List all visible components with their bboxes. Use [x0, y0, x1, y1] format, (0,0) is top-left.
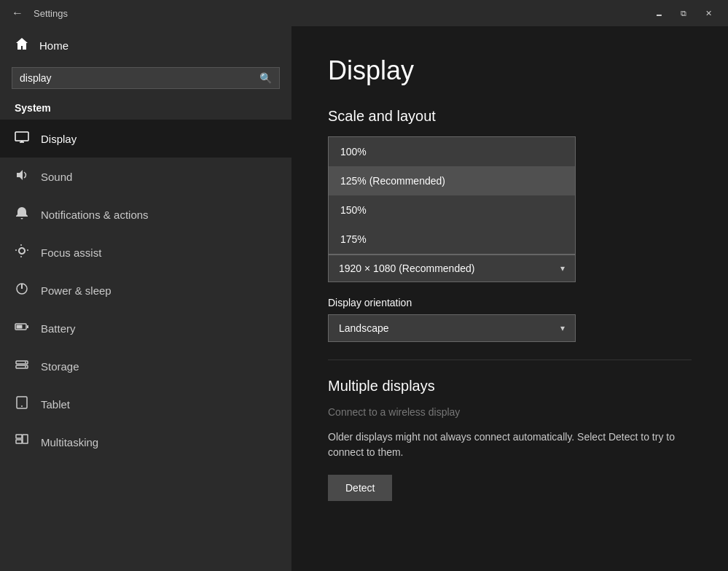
notifications-label: Notifications & actions: [41, 209, 149, 221]
multitasking-label: Multitasking: [41, 436, 98, 448]
svg-rect-17: [23, 435, 28, 443]
focus-icon: [15, 244, 29, 261]
scale-option-125[interactable]: 125% (Recommended): [329, 166, 575, 195]
search-input[interactable]: [20, 72, 254, 84]
svg-rect-7: [27, 325, 28, 328]
resolution-value: 1920 × 1080 (Recommended): [339, 263, 474, 274]
multitasking-icon: [15, 433, 29, 451]
sidebar-item-battery[interactable]: Battery: [0, 309, 291, 347]
display-icon: [15, 130, 29, 147]
window-controls: 🗕 ⧉ ✕: [648, 4, 719, 22]
scale-option-100[interactable]: 100%: [329, 137, 575, 166]
connect-wireless-link[interactable]: Connect to a wireless display: [328, 406, 692, 418]
scale-dropdown[interactable]: 100% 125% (Recommended) 150% 175%: [328, 136, 576, 255]
orientation-label: Display orientation: [328, 297, 692, 308]
page-title: Display: [328, 55, 692, 86]
svg-rect-0: [15, 132, 28, 141]
sidebar-item-power[interactable]: Power & sleep: [0, 271, 291, 309]
main-layout: Home 🔍 System Display Sound: [0, 26, 728, 571]
search-icon: 🔍: [259, 72, 272, 84]
orientation-chevron-down-icon: ▾: [560, 323, 565, 333]
svg-rect-8: [17, 325, 23, 329]
svg-marker-3: [17, 170, 23, 180]
svg-point-12: [25, 366, 26, 368]
section-divider: [328, 360, 692, 360]
notifications-icon: [15, 206, 29, 223]
scale-option-175[interactable]: 175%: [329, 225, 575, 254]
orientation-value: Landscape: [339, 322, 389, 334]
restore-button[interactable]: ⧉: [673, 4, 694, 22]
sidebar-item-notifications[interactable]: Notifications & actions: [0, 195, 291, 233]
sidebar-section-label: System: [0, 98, 291, 120]
battery-icon: [15, 319, 29, 337]
battery-label: Battery: [41, 322, 76, 335]
sidebar-item-tablet[interactable]: Tablet: [0, 385, 291, 423]
svg-rect-16: [16, 440, 22, 443]
title-bar: ← Settings 🗕 ⧉ ✕: [0, 0, 728, 26]
sound-icon: [15, 168, 29, 185]
detect-button[interactable]: Detect: [328, 475, 392, 501]
sidebar-home[interactable]: Home: [0, 26, 291, 64]
scale-option-150[interactable]: 150%: [329, 195, 575, 225]
tablet-label: Tablet: [41, 398, 70, 411]
sound-label: Sound: [41, 171, 72, 183]
home-icon: [15, 36, 29, 54]
sidebar-item-sound[interactable]: Sound: [0, 158, 291, 195]
minimize-button[interactable]: 🗕: [648, 4, 670, 22]
app-title: Settings: [34, 8, 68, 19]
focus-label: Focus assist: [41, 246, 101, 259]
display-label: Display: [41, 133, 77, 145]
power-icon: [15, 281, 29, 299]
sidebar: Home 🔍 System Display Sound: [0, 26, 291, 571]
older-displays-text: Older displays might not always connect …: [328, 430, 692, 460]
storage-icon: [15, 357, 29, 375]
svg-point-11: [25, 362, 26, 363]
content-area: Display Scale and layout 100% 125% (Reco…: [291, 26, 728, 571]
search-box[interactable]: 🔍: [12, 67, 280, 89]
home-label: Home: [39, 39, 69, 52]
tablet-icon: [15, 395, 29, 413]
orientation-dropdown[interactable]: Landscape ▾: [328, 314, 576, 342]
sidebar-item-display[interactable]: Display: [0, 120, 291, 158]
power-label: Power & sleep: [41, 284, 111, 297]
scale-layout-title: Scale and layout: [328, 108, 692, 125]
sidebar-item-multitasking[interactable]: Multitasking: [0, 423, 291, 461]
sidebar-item-focus[interactable]: Focus assist: [0, 233, 291, 271]
resolution-dropdown[interactable]: 1920 × 1080 (Recommended) ▾: [328, 255, 576, 282]
svg-point-14: [21, 405, 23, 407]
close-button[interactable]: ✕: [697, 4, 719, 22]
multiple-displays-title: Multiple displays: [328, 378, 692, 395]
storage-label: Storage: [41, 360, 79, 373]
sidebar-item-storage[interactable]: Storage: [0, 347, 291, 385]
back-button[interactable]: ←: [9, 4, 26, 22]
svg-rect-15: [16, 435, 22, 438]
resolution-chevron-down-icon: ▾: [560, 263, 565, 273]
